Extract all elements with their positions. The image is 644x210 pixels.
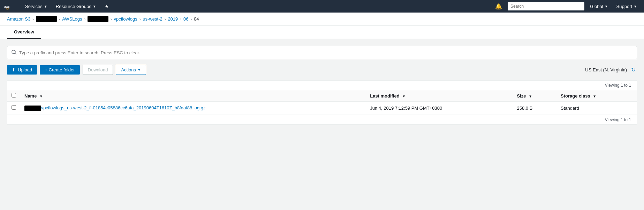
services-caret-icon: ▼: [44, 5, 47, 8]
resource-groups-nav-button[interactable]: Resource Groups ▼: [53, 2, 99, 10]
aws-logo: aws: [4, 2, 17, 10]
storage-class-cell: Standard: [556, 102, 637, 115]
create-folder-label: + Create folder: [45, 67, 75, 72]
objects-table: Name ▼ Last modified ▼ Size ▼ Storage cl…: [7, 90, 637, 115]
breadcrumb-sep-4: ›: [111, 17, 112, 21]
name-sort-icon: ▼: [39, 94, 43, 98]
toolbar: ⬆ Upload + Create folder Download Action…: [7, 65, 637, 75]
main-content: ⬆ Upload + Create folder Download Action…: [0, 39, 644, 132]
size-column-header[interactable]: Size ▼: [513, 90, 557, 102]
actions-button[interactable]: Actions ▼: [116, 65, 146, 75]
size-sort-icon: ▼: [529, 94, 532, 98]
breadcrumb-sep-3: ›: [84, 17, 86, 21]
resource-groups-caret-icon: ▼: [93, 5, 96, 8]
s3-objects-table: Viewing 1 to 1 Name ▼ Last modified ▼: [7, 80, 637, 125]
top-navigation: aws Services ▼ Resource Groups ▼ ★ 🔔 Glo…: [0, 0, 644, 13]
services-label: Services: [25, 4, 43, 9]
support-label: Support: [616, 4, 632, 9]
refresh-icon: ↻: [631, 67, 636, 73]
breadcrumb: Amazon S3 › › AWSLogs › › vpcflowlogs › …: [0, 13, 644, 26]
breadcrumb-sep-1: ›: [32, 17, 34, 21]
viewing-info-top: Viewing 1 to 1: [7, 81, 637, 90]
search-icon: [12, 50, 16, 56]
breadcrumb-vpcflowlogs[interactable]: vpcflowlogs: [114, 16, 137, 22]
actions-label: Actions: [121, 67, 136, 72]
storage-class-sort-icon: ▼: [593, 94, 596, 98]
row-checkbox[interactable]: [12, 105, 16, 110]
global-caret-icon: ▼: [605, 5, 608, 8]
breadcrumb-sep-2: ›: [59, 17, 60, 21]
download-button[interactable]: Download: [83, 65, 113, 75]
table-header-row: Name ▼ Last modified ▼ Size ▼ Storage cl…: [7, 90, 637, 102]
breadcrumb-sep-5: ›: [139, 17, 141, 21]
search-container: [7, 46, 637, 59]
breadcrumb-us-west-2[interactable]: us-west-2: [143, 16, 162, 22]
svg-text:aws: aws: [4, 5, 10, 8]
breadcrumb-month[interactable]: 06: [183, 16, 188, 22]
breadcrumb-day: 04: [194, 16, 199, 22]
select-all-checkbox[interactable]: [12, 93, 16, 98]
global-nav-button[interactable]: Global ▼: [587, 2, 611, 10]
tabs-bar: Overview: [0, 26, 644, 39]
viewing-info-bottom: Viewing 1 to 1: [7, 115, 637, 124]
breadcrumb-awslogs[interactable]: AWSLogs: [62, 16, 82, 22]
tab-overview[interactable]: Overview: [7, 26, 41, 39]
breadcrumb-sep-6: ›: [165, 17, 166, 21]
name-column-header[interactable]: Name ▼: [20, 90, 366, 102]
global-label: Global: [590, 4, 603, 9]
breadcrumb-bucket-redacted: [36, 16, 57, 22]
support-caret-icon: ▼: [634, 5, 637, 8]
breadcrumb-year[interactable]: 2019: [168, 16, 178, 22]
filename-prefix-redacted: [24, 106, 41, 111]
file-link[interactable]: vpcflowlogs_us-west-2_fl-01854c05886cc6a…: [41, 105, 206, 110]
storage-class-column-header[interactable]: Storage class ▼: [556, 90, 637, 102]
select-all-checkbox-header: [7, 90, 20, 102]
last-modified-cell: Jun 4, 2019 7:12:59 PM GMT+0300: [366, 102, 513, 115]
search-input[interactable]: [19, 50, 632, 55]
upload-label: Upload: [18, 67, 32, 72]
table-row: vpcflowlogs_us-west-2_fl-01854c05886cc6a…: [7, 102, 637, 115]
breadcrumb-sep-7: ›: [180, 17, 181, 21]
last-modified-sort-icon: ▼: [402, 94, 406, 98]
favorites-nav-button[interactable]: ★: [102, 2, 112, 10]
refresh-button[interactable]: ↻: [630, 65, 637, 75]
nav-search-input[interactable]: [508, 2, 584, 10]
breadcrumb-account-redacted: [88, 16, 108, 22]
bell-icon-button[interactable]: 🔔: [492, 2, 505, 11]
breadcrumb-amazon-s3[interactable]: Amazon S3: [7, 16, 30, 22]
create-folder-button[interactable]: + Create folder: [40, 65, 79, 75]
file-name-cell: vpcflowlogs_us-west-2_fl-01854c05886cc6a…: [20, 102, 366, 115]
size-cell: 258.0 B: [513, 102, 557, 115]
services-nav-button[interactable]: Services ▼: [22, 2, 50, 10]
row-checkbox-cell: [7, 102, 20, 115]
upload-button[interactable]: ⬆ Upload: [7, 65, 37, 75]
breadcrumb-sep-8: ›: [190, 17, 192, 21]
star-icon: ★: [105, 4, 109, 9]
svg-line-2: [15, 53, 16, 54]
support-nav-button[interactable]: Support ▼: [614, 2, 640, 10]
last-modified-column-header[interactable]: Last modified ▼: [366, 90, 513, 102]
download-label: Download: [88, 67, 108, 72]
actions-caret-icon: ▼: [137, 68, 141, 72]
resource-groups-label: Resource Groups: [56, 4, 91, 9]
region-label: US East (N. Virginia): [585, 67, 627, 72]
upload-icon: ⬆: [12, 67, 16, 72]
